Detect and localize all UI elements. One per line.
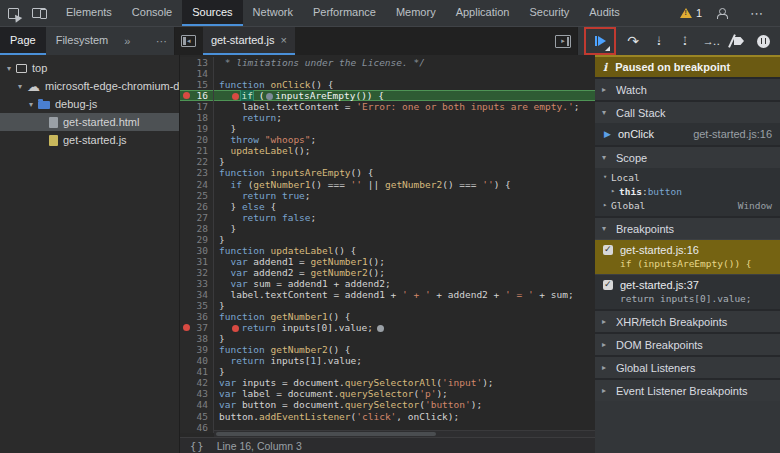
section-header[interactable]: ▾Call Stack <box>595 102 780 123</box>
expand-arrow-icon[interactable]: ▾ <box>15 82 25 91</box>
section-header[interactable]: ▸DOM Breakpoints <box>595 334 780 355</box>
pause-on-exceptions-icon[interactable] <box>752 30 774 52</box>
scope-group-local[interactable]: ▾Local <box>595 170 780 184</box>
gutter-line-37[interactable]: 37 <box>180 322 214 333</box>
close-tab-icon[interactable]: × <box>280 34 286 46</box>
code-line-45[interactable]: 45button.addEventListener('click', onCli… <box>180 411 595 422</box>
gutter-line-44[interactable]: 44 <box>180 399 214 410</box>
checkbox-checked-icon[interactable] <box>603 280 613 290</box>
deactivate-breakpoints-icon[interactable] <box>726 30 748 52</box>
code-editor[interactable]: 13 * limitations under the License. */14… <box>180 55 595 437</box>
breakpoint-icon[interactable] <box>183 92 190 99</box>
gutter-line-36[interactable]: 36 <box>180 311 214 322</box>
breakpoint-icon[interactable] <box>183 324 190 331</box>
gutter-line-39[interactable]: 39 <box>180 344 214 355</box>
gutter-line-19[interactable]: 19 <box>180 123 214 134</box>
code-line-39[interactable]: 39function getNumber2() { <box>180 344 595 355</box>
code-line-38[interactable]: 38} <box>180 333 595 344</box>
section-header[interactable]: ▾Breakpoints <box>595 218 780 239</box>
panel-tab-security[interactable]: Security <box>519 0 579 26</box>
gutter-line-26[interactable]: 26 <box>180 201 214 212</box>
inline-breakpoint-icon[interactable] <box>232 93 239 100</box>
navigator-toggle-icon[interactable]: ◂ <box>175 27 203 55</box>
tree-item-debug-js[interactable]: ▾debug-js <box>0 95 179 113</box>
debugger-panel-toggle-icon[interactable]: ▸ <box>555 27 577 55</box>
code-line-35[interactable]: 35} <box>180 300 595 311</box>
gutter-line-45[interactable]: 45 <box>180 411 214 422</box>
code-line-22[interactable]: 22} <box>180 156 595 167</box>
breakpoint-candidate-icon[interactable] <box>377 325 384 332</box>
more-menu-icon[interactable]: ⋯ <box>744 6 770 21</box>
code-line-37[interactable]: 37 return inputs[0].value; <box>180 322 595 333</box>
gutter-line-16[interactable]: 16 <box>180 90 214 101</box>
section-header[interactable]: ▸Global Listeners <box>595 357 780 378</box>
code-line-32[interactable]: 32 var addend2 = getNumber2(); <box>180 267 595 278</box>
code-line-24[interactable]: 24 if (getNumber1() === '' || getNumber2… <box>180 179 595 190</box>
tree-item-microsoft-edge-chromium-devto[interactable]: ▾☁microsoft-edge-chromium-devto <box>0 77 179 95</box>
breakpoint-entry-get-started.js:37[interactable]: get-started.js:37return inputs[0].value; <box>595 274 780 309</box>
feedback-icon[interactable] <box>710 8 736 19</box>
code-line-42[interactable]: 42var inputs = document.querySelectorAll… <box>180 377 595 388</box>
code-line-20[interactable]: 20 throw "whoops"; <box>180 134 595 145</box>
gutter-line-20[interactable]: 20 <box>180 134 214 145</box>
gutter-line-38[interactable]: 38 <box>180 333 214 344</box>
gutter-line-29[interactable]: 29 <box>180 234 214 245</box>
panel-tab-elements[interactable]: Elements <box>56 0 122 26</box>
gutter-line-31[interactable]: 31 <box>180 256 214 267</box>
expand-arrow-icon[interactable]: ▾ <box>4 64 14 73</box>
gutter-line-15[interactable]: 15 <box>180 79 214 90</box>
tree-item-top[interactable]: ▾top <box>0 59 179 77</box>
code-line-31[interactable]: 31 var addend1 = getNumber1(); <box>180 256 595 267</box>
gutter-line-28[interactable]: 28 <box>180 223 214 234</box>
gutter-line-17[interactable]: 17 <box>180 101 214 112</box>
checkbox-checked-icon[interactable] <box>603 245 613 255</box>
code-line-29[interactable]: 29} <box>180 234 595 245</box>
step-into-icon[interactable]: ↓• <box>648 30 670 52</box>
code-line-30[interactable]: 30function updateLabel() { <box>180 245 595 256</box>
gutter-line-27[interactable]: 27 <box>180 212 214 223</box>
tab-overflow-chevron-icon[interactable]: » <box>118 27 136 55</box>
panel-tab-network[interactable]: Network <box>243 0 303 26</box>
gutter-line-22[interactable]: 22 <box>180 156 214 167</box>
code-line-36[interactable]: 36function getNumber1() { <box>180 311 595 322</box>
scope-group-global[interactable]: ▸GlobalWindow <box>595 198 780 212</box>
expand-arrow-icon[interactable]: ▾ <box>26 100 36 109</box>
section-header[interactable]: ▸XHR/fetch Breakpoints <box>595 311 780 332</box>
gutter-line-30[interactable]: 30 <box>180 245 214 256</box>
panel-tab-audits[interactable]: Audits <box>579 0 630 26</box>
code-line-41[interactable]: 41} <box>180 366 595 377</box>
step-out-icon[interactable]: ↑• <box>674 30 696 52</box>
call-stack-frame-onClick[interactable]: ▶onClickget-started.js:16 <box>595 123 780 145</box>
code-line-15[interactable]: 15function onClick() { <box>180 79 595 90</box>
breakpoint-entry-get-started.js:16[interactable]: get-started.js:16if (inputsAreEmpty()) { <box>595 239 780 274</box>
tree-item-get-started.html[interactable]: get-started.html <box>0 113 179 131</box>
gutter-line-33[interactable]: 33 <box>180 278 214 289</box>
section-header[interactable]: ▾Scope <box>595 147 780 168</box>
code-line-28[interactable]: 28 } <box>180 223 595 234</box>
gutter-line-25[interactable]: 25 <box>180 190 214 201</box>
panel-tab-memory[interactable]: Memory <box>386 0 446 26</box>
code-line-19[interactable]: 19 } <box>180 123 595 134</box>
code-line-27[interactable]: 27 return false; <box>180 212 595 223</box>
gutter-line-24[interactable]: 24 <box>180 179 214 190</box>
tree-item-get-started.js[interactable]: get-started.js <box>0 131 179 149</box>
issues-warning-badge[interactable]: 1 <box>680 7 702 19</box>
code-line-40[interactable]: 40 return inputs[1].value; <box>180 355 595 366</box>
code-line-43[interactable]: 43var label = document.querySelector('p'… <box>180 388 595 399</box>
code-line-23[interactable]: 23function inputsAreEmpty() { <box>180 167 595 178</box>
gutter-line-13[interactable]: 13 <box>180 57 214 68</box>
gutter-line-41[interactable]: 41 <box>180 366 214 377</box>
gutter-line-21[interactable]: 21 <box>180 145 214 156</box>
gutter-line-32[interactable]: 32 <box>180 267 214 278</box>
resume-script-icon[interactable] <box>589 30 611 52</box>
editor-tab-get-started-js[interactable]: get-started.js × <box>203 27 295 55</box>
code-line-34[interactable]: 34 label.textContent = addend1 + ' + ' +… <box>180 289 595 300</box>
panel-tab-console[interactable]: Console <box>122 0 182 26</box>
gutter-line-43[interactable]: 43 <box>180 388 214 399</box>
gutter-line-46[interactable]: 46 <box>180 422 214 433</box>
step-over-icon[interactable]: ↷ <box>622 30 644 52</box>
section-header[interactable]: ▸Event Listener Breakpoints <box>595 380 780 401</box>
section-header[interactable]: ▸Watch <box>595 79 780 100</box>
code-line-21[interactable]: 21 updateLabel(); <box>180 145 595 156</box>
gutter-line-35[interactable]: 35 <box>180 300 214 311</box>
